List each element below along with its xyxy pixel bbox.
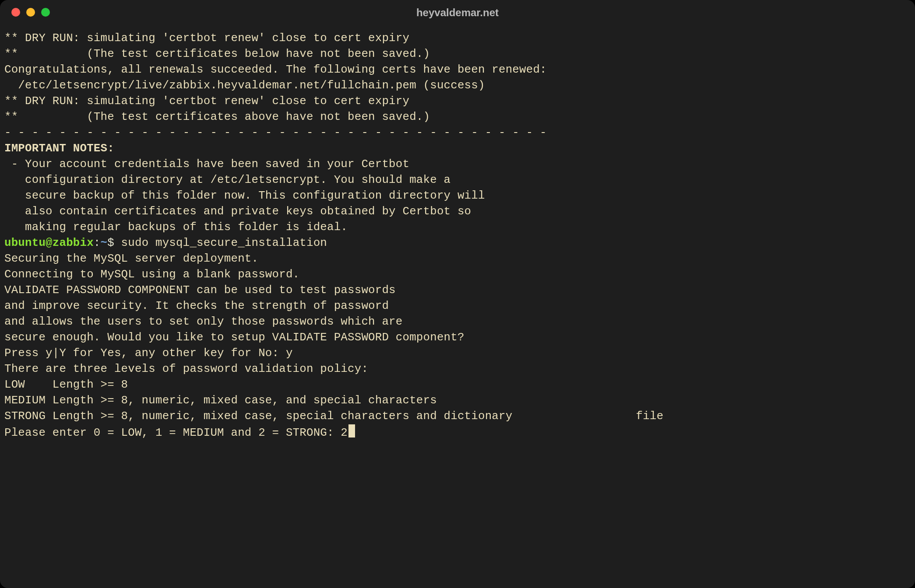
- titlebar: heyvaldemar.net: [0, 0, 915, 25]
- terminal-window: heyvaldemar.net ** DRY RUN: simulating '…: [0, 0, 915, 588]
- zoom-icon[interactable]: [41, 8, 50, 17]
- traffic-lights: [11, 8, 50, 17]
- terminal-body[interactable]: ** DRY RUN: simulating 'certbot renew' c…: [4, 31, 911, 584]
- window-title: heyvaldemar.net: [416, 7, 499, 19]
- close-icon[interactable]: [11, 8, 20, 17]
- terminal-line: There are three levels of password valid…: [4, 361, 911, 377]
- terminal-line: ** (The test certificates below have not…: [4, 46, 911, 62]
- terminal-line: VALIDATE PASSWORD COMPONENT can be used …: [4, 283, 911, 298]
- terminal-line: secure enough. Would you like to setup V…: [4, 330, 911, 346]
- terminal-line: Connecting to MySQL using a blank passwo…: [4, 267, 911, 283]
- terminal-line: /etc/letsencrypt/live/zabbix.heyvaldemar…: [4, 78, 911, 94]
- minimize-icon[interactable]: [26, 8, 35, 17]
- important-notes-heading: IMPORTANT NOTES:: [4, 141, 911, 157]
- terminal-line: ** (The test certificates above have not…: [4, 109, 911, 125]
- terminal-input-line[interactable]: Please enter 0 = LOW, 1 = MEDIUM and 2 =…: [4, 424, 911, 441]
- prompt-user: ubuntu@zabbix: [4, 237, 94, 249]
- terminal-line: also contain certificates and private ke…: [4, 204, 911, 220]
- prompt-path: ~: [101, 237, 108, 249]
- terminal-line: - Your account credentials have been sav…: [4, 157, 911, 172]
- prompt-sep: $: [107, 237, 121, 249]
- prompt-sep: :: [94, 237, 101, 249]
- terminal-line: secure backup of this folder now. This c…: [4, 188, 911, 204]
- terminal-line: Please enter 0 = LOW, 1 = MEDIUM and 2 =…: [4, 427, 348, 439]
- cursor-icon: [348, 424, 355, 438]
- terminal-line: Press y|Y for Yes, any other key for No:…: [4, 346, 911, 361]
- terminal-line: - - - - - - - - - - - - - - - - - - - - …: [4, 125, 911, 141]
- terminal-line: configuration directory at /etc/letsencr…: [4, 172, 911, 188]
- terminal-line: LOW Length >= 8: [4, 377, 911, 393]
- terminal-line: Congratulations, all renewals succeeded.…: [4, 62, 911, 78]
- prompt-line: ubuntu@zabbix:~$ sudo mysql_secure_insta…: [4, 235, 911, 251]
- terminal-line: MEDIUM Length >= 8, numeric, mixed case,…: [4, 393, 911, 409]
- terminal-line: ** DRY RUN: simulating 'certbot renew' c…: [4, 31, 911, 46]
- terminal-line: Securing the MySQL server deployment.: [4, 251, 911, 267]
- terminal-line: and improve security. It checks the stre…: [4, 298, 911, 314]
- terminal-line: STRONG Length >= 8, numeric, mixed case,…: [4, 409, 911, 424]
- terminal-line: and allows the users to set only those p…: [4, 314, 911, 330]
- terminal-line: making regular backups of this folder is…: [4, 220, 911, 235]
- terminal-line: ** DRY RUN: simulating 'certbot renew' c…: [4, 94, 911, 109]
- command-text: sudo mysql_secure_installation: [121, 237, 327, 249]
